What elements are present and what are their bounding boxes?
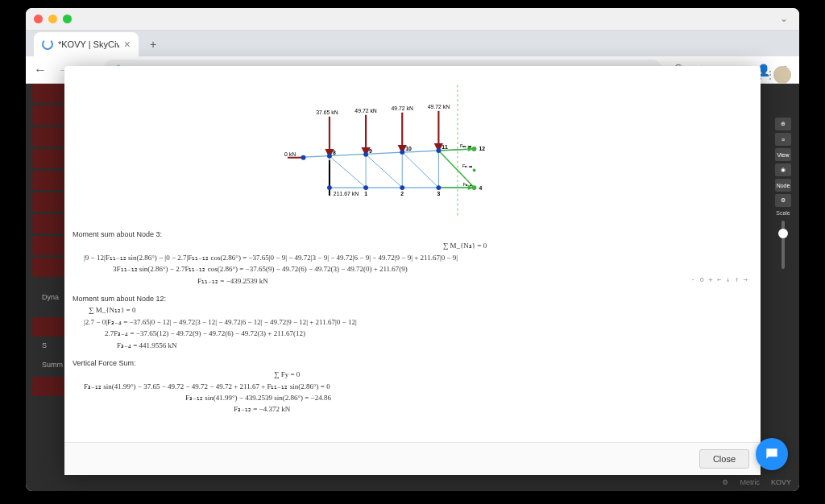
load-label: 37.65 kN xyxy=(316,109,338,115)
load-label: 49.72 kN xyxy=(392,105,414,111)
svg-text:2: 2 xyxy=(400,191,404,196)
project-name: KOVY xyxy=(771,478,791,486)
back-button[interactable]: ← xyxy=(34,63,47,77)
panel-row[interactable] xyxy=(32,317,68,337)
close-tab-icon[interactable]: × xyxy=(124,38,131,51)
zero-load: 0 kN xyxy=(284,151,296,157)
chat-bubble-icon[interactable] xyxy=(756,438,788,470)
svg-text:3: 3 xyxy=(437,191,440,196)
rail-members[interactable]: ≡ xyxy=(775,133,791,146)
force-label: F₃₋₄ xyxy=(463,182,473,187)
section-dyna: Dyna xyxy=(42,293,59,301)
eq: ∑ M_{N₁₂} = 0 xyxy=(89,304,752,316)
panel-row[interactable] xyxy=(32,377,68,396)
svg-line-8 xyxy=(366,155,402,188)
tab-title: *KOVY | SkyCiv xyxy=(58,39,119,49)
panel-row[interactable] xyxy=(32,214,68,233)
eq: 3F₁₁₋₁₂ sin(2.86°) − 2.7F₁₁₋₁₂ cos(2.86°… xyxy=(113,263,752,275)
rail-view[interactable]: View xyxy=(775,148,791,161)
svg-text:12: 12 xyxy=(479,146,485,151)
svg-text:10: 10 xyxy=(405,146,412,151)
minimize-window-icon[interactable] xyxy=(48,14,57,23)
calculations: Moment sum about Node 3: ∑ M_{N₃} = 0 |9… xyxy=(73,221,752,417)
svg-point-35 xyxy=(327,185,332,190)
eq: ∑ Fy = 0 xyxy=(274,369,752,380)
force-label: F₃₋₁₂ xyxy=(462,163,474,168)
slider-knob[interactable] xyxy=(778,229,788,238)
truss-diagram: 37.65 kN 49.72 kN 49.72 kN 49.72 kN 0 kN… xyxy=(73,76,752,221)
favicon-icon xyxy=(42,39,53,50)
panel-row[interactable] xyxy=(32,236,68,255)
eq: F₃₋₁₂ = −4.372 kN xyxy=(234,403,752,415)
force-label: F₁₁₋₁₂ xyxy=(460,143,473,148)
close-window-icon[interactable] xyxy=(34,14,43,23)
scale-slider[interactable] xyxy=(781,221,785,269)
panel-row[interactable] xyxy=(32,192,68,212)
eq: F₁₁₋₁₂ = −439.2539 kN xyxy=(197,275,752,287)
eq: F₃₋₄ = 441.9556 kN xyxy=(117,340,752,351)
rail-add-node[interactable]: ⊕ xyxy=(775,118,791,130)
panel-row[interactable] xyxy=(32,171,68,190)
nav-keys-hint: - o + ← ↓ ↑ → xyxy=(691,275,748,283)
svg-text:9: 9 xyxy=(369,148,372,154)
section-summ: Summ xyxy=(42,361,63,369)
results-modal: 37.65 kN 49.72 kN 49.72 kN 49.72 kN 0 kN… xyxy=(64,66,761,475)
svg-text:1: 1 xyxy=(364,191,367,196)
rail-node[interactable]: Node xyxy=(775,179,791,192)
close-button[interactable]: Close xyxy=(699,449,749,469)
window-chevron: ⌄ xyxy=(780,13,788,24)
modal-footer: Close xyxy=(64,442,761,475)
scale-label: Scale xyxy=(775,210,791,216)
avatar[interactable] xyxy=(773,66,791,84)
rail-settings-icon[interactable]: ⚙ xyxy=(775,194,791,207)
svg-text:11: 11 xyxy=(442,144,448,150)
panel-row[interactable] xyxy=(32,105,68,125)
gear-icon[interactable]: ⚙ xyxy=(722,478,728,486)
svg-point-44 xyxy=(472,185,477,190)
modal-body[interactable]: 37.65 kN 49.72 kN 49.72 kN 49.72 kN 0 kN… xyxy=(64,66,761,442)
svg-point-36 xyxy=(363,185,368,190)
svg-point-31 xyxy=(400,150,404,155)
eq: |2.7 − 0|F₃₋₄ = −37.65|0 − 12| − 49.72|3… xyxy=(84,316,752,328)
eq: ∑ M_{N₃} = 0 xyxy=(177,240,752,251)
panel-row[interactable] xyxy=(32,127,68,147)
eq: 2.7F₃₋₄ = −37.65(12) − 49.72(9) − 49.72(… xyxy=(105,328,752,339)
bottom-status: ⚙ Metric KOVY xyxy=(722,478,791,486)
sec2-title: Moment sum about Node 12: xyxy=(73,293,752,304)
right-rail: ⊕ ≡ View ◉ Node ⚙ Scale xyxy=(775,89,791,274)
svg-point-26 xyxy=(301,155,306,160)
eq: |9 − 12|F₁₁₋₁₂ sin(2.86°) − |0 − 2.7|F₁₁… xyxy=(84,252,752,263)
svg-point-27 xyxy=(327,154,332,159)
sec1-title: Moment sum about Node 3: xyxy=(73,229,752,240)
reaction-label: 211.67 kN xyxy=(334,191,359,196)
maximize-window-icon[interactable] xyxy=(63,14,72,23)
svg-text:4: 4 xyxy=(479,185,482,191)
sec3-title: Vertical Force Sum: xyxy=(73,357,752,369)
svg-line-7 xyxy=(330,156,366,188)
section-s: S xyxy=(42,341,47,349)
panel-row[interactable] xyxy=(32,258,68,277)
panel-row[interactable] xyxy=(32,149,68,168)
load-label: 49.72 kN xyxy=(354,108,377,114)
load-label: 49.72 kN xyxy=(428,104,450,109)
svg-line-9 xyxy=(402,152,438,188)
svg-point-38 xyxy=(400,185,404,190)
units-metric[interactable]: Metric xyxy=(740,478,760,486)
svg-point-40 xyxy=(436,185,441,190)
browser-tab[interactable]: *KOVY | SkyCiv × xyxy=(34,32,139,56)
left-panel: Dyna S Summ xyxy=(32,84,68,470)
svg-point-29 xyxy=(363,152,368,157)
svg-text:8: 8 xyxy=(333,150,336,155)
svg-point-33 xyxy=(436,148,441,153)
panel-row[interactable] xyxy=(32,84,68,103)
titlebar xyxy=(26,8,799,31)
eq: F₃₋₁₂ sin(41.99°) − 37.65 − 49.72 − 49.7… xyxy=(84,381,752,392)
tabbar: *KOVY | SkyCiv × + xyxy=(26,31,799,56)
rail-record-icon[interactable]: ◉ xyxy=(775,163,791,176)
eq: F₃₋₁₂ sin(41.99°) − 439.2539 sin(2.86°) … xyxy=(185,392,752,403)
new-tab-button[interactable]: + xyxy=(145,36,161,52)
svg-point-42 xyxy=(472,147,477,151)
svg-point-46 xyxy=(473,169,476,172)
